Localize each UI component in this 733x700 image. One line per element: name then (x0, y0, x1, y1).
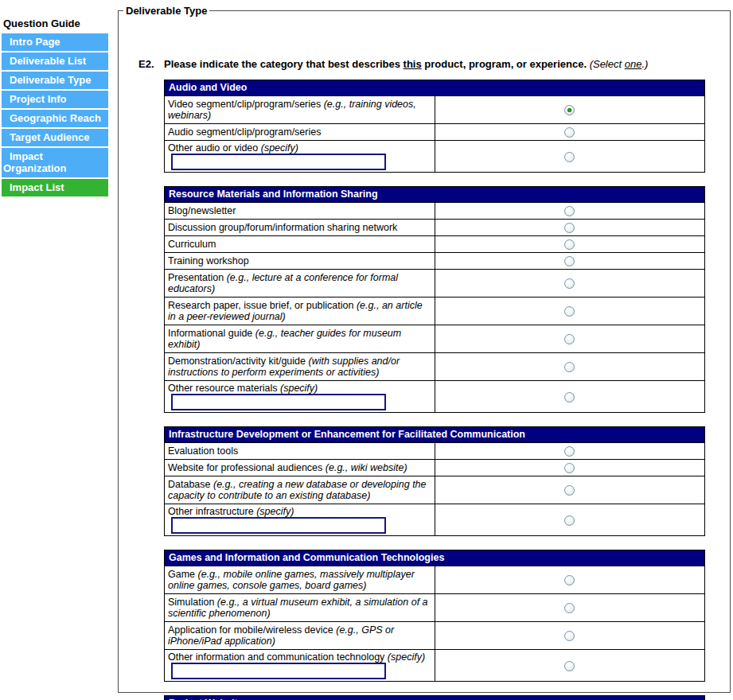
radio-cell (435, 381, 705, 413)
table-row: Application for mobile/wireless device (… (165, 622, 705, 650)
radio-unselected-icon[interactable] (564, 334, 575, 344)
sidebar-item-deliverable-list[interactable]: Deliverable List (2, 52, 108, 70)
table-row: Game (e.g., mobile online games, massive… (165, 566, 705, 594)
radio-unselected-icon[interactable] (564, 152, 575, 162)
option-label-text: Video segment/clip/program/series (168, 99, 324, 110)
option-label-text: Evaluation tools (168, 445, 238, 457)
table-row: Curriculum (165, 236, 705, 253)
specify-input[interactable] (171, 517, 386, 534)
radio-cell (435, 566, 705, 594)
option-label-text: Presentation (168, 272, 227, 283)
radio-cell (435, 594, 705, 622)
radio-cell (435, 141, 705, 173)
radio-unselected-icon[interactable] (564, 223, 575, 233)
option-label-text: Curriculum (168, 239, 216, 250)
option-label-text: Other infrastructure (168, 506, 256, 517)
radio-unselected-icon[interactable] (564, 256, 575, 266)
option-label-text: Database (168, 479, 213, 490)
radio-unselected-icon[interactable] (564, 485, 575, 496)
specify-input[interactable] (171, 154, 386, 170)
table-row: Blog/newsletter (165, 203, 705, 220)
radio-cell (435, 353, 705, 381)
option-label-text: Simulation (168, 597, 217, 608)
radio-unselected-icon[interactable] (564, 278, 575, 289)
specify-input[interactable] (171, 663, 386, 679)
sidebar-item-impact-organization[interactable]: Impact Organization (2, 148, 108, 177)
radio-unselected-icon[interactable] (564, 206, 575, 216)
specify-input[interactable] (171, 394, 386, 410)
option-label: Database (e.g., creating a new database … (165, 476, 435, 504)
table-row: Other resource materials (specify) (165, 381, 705, 413)
sidebar-title: Question Guide (2, 16, 108, 33)
sidebar-item-impact-list[interactable]: Impact List (2, 179, 108, 196)
option-label: Website for professional audiences (e.g.… (165, 460, 435, 476)
radio-unselected-icon[interactable] (564, 306, 575, 317)
group-header: Infrastructure Development or Enhancemen… (165, 427, 705, 443)
question-note: (Select one.) (590, 58, 649, 70)
option-label-text: Application for mobile/wireless device (168, 624, 336, 636)
radio-cell (435, 443, 705, 460)
radio-cell (435, 96, 705, 124)
radio-cell (435, 504, 705, 536)
radio-unselected-icon[interactable] (564, 127, 575, 138)
option-example-text: (e.g., wiki website) (326, 462, 407, 473)
sidebar-item-geographic-reach[interactable]: Geographic Reach (2, 110, 108, 127)
table-row: Presentation (e.g., lecture at a confere… (165, 270, 705, 298)
sidebar-item-project-info[interactable]: Project Info (2, 91, 108, 108)
radio-selected-icon[interactable] (564, 105, 575, 115)
radio-cell (435, 253, 705, 270)
question-note-pre: (Select (590, 58, 625, 70)
option-label-text: Blog/newsletter (168, 205, 236, 216)
option-label-text: Informational guide (168, 328, 255, 339)
option-label: Application for mobile/wireless device (… (165, 622, 435, 650)
group-header: Project Website (165, 696, 705, 700)
radio-unselected-icon[interactable] (564, 631, 575, 641)
option-group-games-and-information-and-communication-technologies: Games and Information and Communication … (164, 550, 705, 682)
option-example-text: (specify) (261, 142, 298, 154)
radio-unselected-icon[interactable] (564, 239, 575, 250)
sidebar-item-target-audience[interactable]: Target Audience (2, 129, 108, 146)
radio-cell (435, 203, 705, 220)
sidebar-item-deliverable-type[interactable]: Deliverable Type (2, 72, 108, 89)
radio-unselected-icon[interactable] (564, 463, 575, 473)
table-row: Website for professional audiences (e.g.… (165, 460, 705, 476)
option-example-text: (specify) (280, 383, 318, 394)
radio-unselected-icon[interactable] (564, 661, 575, 671)
option-label-text: Other information and communication tech… (168, 651, 388, 663)
option-label: Training workshop (165, 253, 435, 270)
table-row: Other infrastructure (specify) (165, 504, 705, 536)
option-label-text: Discussion group/forum/information shari… (168, 222, 397, 233)
question-note-emphasis: one (625, 58, 642, 70)
radio-unselected-icon[interactable] (564, 603, 575, 613)
question-e2: E2. Please indicate the category that be… (138, 58, 730, 70)
option-example-text: (specify) (256, 506, 294, 517)
radio-cell (435, 622, 705, 650)
radio-cell (435, 460, 705, 476)
question-note-post: .) (641, 58, 648, 70)
table-row: Training workshop (165, 253, 705, 270)
table-row: Other audio or video (specify) (165, 141, 705, 173)
option-label: Demonstration/activity kit/guide (with s… (165, 353, 435, 381)
option-label: Curriculum (165, 236, 435, 253)
question-text: Please indicate the category that best d… (164, 58, 648, 70)
table-row: Discussion group/forum/information shari… (165, 220, 705, 236)
radio-unselected-icon[interactable] (564, 392, 575, 402)
radio-cell (435, 270, 705, 298)
radio-unselected-icon[interactable] (564, 446, 575, 457)
group-header: Resource Materials and Information Shari… (165, 187, 705, 203)
question-text-before: Please indicate the category that best d… (164, 58, 404, 70)
sidebar-item-intro-page[interactable]: Intro Page (2, 33, 108, 51)
radio-unselected-icon[interactable] (564, 362, 575, 372)
group-header: Audio and Video (165, 80, 705, 96)
option-label: Game (e.g., mobile online games, massive… (165, 566, 435, 594)
option-label: Informational guide (e.g., teacher guide… (165, 325, 435, 353)
option-label: Presentation (e.g., lecture at a confere… (165, 270, 435, 298)
radio-cell (435, 325, 705, 353)
option-label: Blog/newsletter (165, 203, 435, 220)
table-row: Video segment/clip/program/series (e.g.,… (165, 96, 705, 124)
option-label-text: Audio segment/clip/program/series (168, 126, 321, 138)
option-label: Research paper, issue brief, or publicat… (165, 298, 435, 325)
radio-unselected-icon[interactable] (564, 515, 575, 526)
radio-unselected-icon[interactable] (564, 575, 575, 585)
option-label-text: Other audio or video (168, 142, 261, 154)
